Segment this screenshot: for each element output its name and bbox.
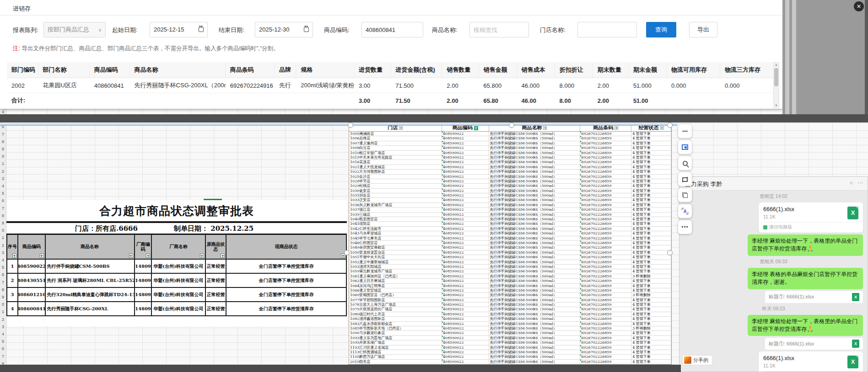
row-number[interactable]: 6 xyxy=(0,346,6,351)
store-cell: 6926702226859 xyxy=(580,245,631,250)
store-cell: 408590022 xyxy=(442,151,489,155)
store-cell: 先行伴手焖烧罐CSM-500BS（500ml） xyxy=(489,241,581,245)
row-number[interactable]: 2 xyxy=(0,169,6,174)
erp-window-title: 进销存 xyxy=(13,5,31,13)
row-number[interactable]: 7 xyxy=(0,132,6,137)
sticker-suggestion[interactable]: 分手的 xyxy=(682,355,712,365)
row-number[interactable]: 6 xyxy=(0,198,6,203)
approval-row[interactable]: 4408600841先行秀丽随手杯CSG-200XL4148098华塑(台州)科… xyxy=(7,302,346,316)
selection-handle-top-left[interactable] xyxy=(348,122,353,128)
calendar-icon[interactable] xyxy=(304,27,309,32)
row-number[interactable]: 5 xyxy=(0,191,6,196)
file-card[interactable]: 6666(1).xlsx11.1KX微信电脑版 xyxy=(759,202,863,233)
crop-button[interactable] xyxy=(678,172,692,186)
row-number[interactable]: 9 xyxy=(0,221,6,225)
row-number[interactable]: 0 xyxy=(0,154,6,159)
row-number[interactable]: 9 xyxy=(0,295,6,299)
store-cell: 4 暂禁下单 xyxy=(631,227,671,231)
filter-dropdown-icon[interactable]: ▼ xyxy=(40,254,44,258)
store-name-input[interactable] xyxy=(577,22,637,37)
row-number[interactable]: 6 xyxy=(0,272,6,277)
page-scrollbar[interactable] xyxy=(865,0,868,114)
report-type-select[interactable]: 按部门商品汇总 ∨ xyxy=(43,22,106,37)
row-number[interactable]: 3 xyxy=(0,176,6,181)
filter-dropdown-icon[interactable]: ▼ xyxy=(615,126,618,130)
close-button[interactable]: ✕ xyxy=(854,1,864,11)
row-number[interactable]: 5 xyxy=(0,339,6,344)
product-code-input[interactable] xyxy=(361,22,423,37)
approval-row[interactable]: 3408601210先行320ml精典泰迪童心弹跳杯TD24-132414809… xyxy=(7,288,346,302)
scrollbar-thumb[interactable] xyxy=(774,68,778,86)
table-row[interactable]: 2002花果园U区店408600841先行秀丽随手杯CSG-200XL（200m… xyxy=(7,78,774,93)
row-number[interactable]: 2 xyxy=(0,317,6,322)
row-number[interactable]: 3 xyxy=(0,250,6,255)
row-number[interactable]: 7 xyxy=(0,206,6,211)
row-number[interactable]: 0 xyxy=(0,302,6,307)
row-number[interactable]: 4 xyxy=(0,184,6,188)
scroll-up-icon[interactable]: ▲ xyxy=(774,63,779,66)
row-number[interactable]: 7 xyxy=(0,280,6,285)
selection-handle-mid-right[interactable] xyxy=(667,250,673,255)
pin-button[interactable] xyxy=(678,140,692,154)
row-number[interactable]: 1 xyxy=(0,235,6,240)
table-scrollbar[interactable]: ▲ ▼ xyxy=(773,62,779,108)
row-number[interactable]: 1 xyxy=(0,161,6,166)
row-number[interactable]: 4 xyxy=(0,110,6,114)
calendar-icon[interactable] xyxy=(199,27,204,32)
approval-cell: 2 xyxy=(7,274,18,287)
filter-dropdown-icon[interactable]: ▼ xyxy=(399,126,403,130)
product-name-input[interactable] xyxy=(469,22,529,37)
store-cell: 6926702226859 xyxy=(580,317,631,321)
selection-handle-mid-left[interactable] xyxy=(344,250,350,255)
approval-row[interactable]: 2408430551先行 润系列 玻璃杯280ML CBL-25R5284148… xyxy=(7,274,346,288)
export-button[interactable]: 导出 xyxy=(689,22,717,37)
reference-card[interactable]: 标题①: 6666(1).xlsxX xyxy=(765,338,863,350)
store-cell: 408590022 xyxy=(442,331,489,335)
reference-card[interactable]: 标题①: 6666(1).xlsxX xyxy=(765,291,863,303)
scroll-down-icon[interactable]: ▼ xyxy=(774,104,779,107)
row-number[interactable]: 1 xyxy=(0,309,6,314)
row-number[interactable]: 8 xyxy=(0,213,6,218)
store-row: 1007遵义播州店408590022先行伴手焖烧罐CSM-500BS（500ml… xyxy=(349,141,671,146)
row-number[interactable]: 4 xyxy=(0,332,6,336)
more-button[interactable]: ••• xyxy=(678,220,692,234)
row-number[interactable]: 8 xyxy=(0,287,6,292)
row-number[interactable]: 7 xyxy=(0,354,6,359)
ocr-button[interactable]: A xyxy=(678,204,692,218)
query-button[interactable]: 查询 xyxy=(646,22,676,37)
message-bubble[interactable]: 李经理 麻烦给处理一下，表格里的单品全门店暂停下单控货清库存🙏 xyxy=(748,234,863,256)
excel-row-header-strip[interactable]: 45678901234567890123456789012345678 xyxy=(0,109,6,365)
row-number[interactable]: 8 xyxy=(0,139,6,144)
selection-handle-top-right[interactable] xyxy=(667,122,673,128)
file-card[interactable]: 6666(1).xlsx11.1KX微信电脑版 xyxy=(759,351,863,372)
approval-row[interactable]: 1408590022先行伴手焖烧罐CSM-500BS4148098华塑(台州)科… xyxy=(7,260,346,274)
row-number[interactable]: 5 xyxy=(0,265,6,270)
message-bubble[interactable]: 李经理 麻烦给处理一下，表格里的单品全门店暂停下单控货清库存🙏 xyxy=(748,315,863,336)
filter-dropdown-icon[interactable]: ▼ xyxy=(221,254,225,258)
window-edge-bar xyxy=(785,0,789,114)
filter-dropdown-icon[interactable]: ▼ xyxy=(543,126,547,130)
store-row: 1015中天未来方舟花园店408590022先行伴手焖烧罐CSM-500BS（5… xyxy=(349,155,671,160)
row-number[interactable]: 3 xyxy=(0,324,6,329)
message-bubble[interactable]: 李经理 表格的单品麻烦全门店暂停下单控货清库存，谢谢。 xyxy=(748,268,863,289)
filter-dropdown-icon[interactable]: ▼ xyxy=(146,254,150,258)
desktop: 45678901234567890123456789012345678 门店▼商… xyxy=(0,0,868,372)
collapse-button[interactable] xyxy=(678,124,692,138)
store-cell: 1082湄潭鑫港国际店 xyxy=(349,317,442,321)
filter-active-icon[interactable]: T xyxy=(474,126,478,130)
filter-dropdown-icon[interactable]: ▼ xyxy=(660,126,664,130)
row-number[interactable]: 4 xyxy=(0,258,6,262)
store-cell: 1069安顺国贸店（已闭店） xyxy=(349,293,442,297)
row-number[interactable]: 0 xyxy=(0,228,6,233)
wechat-top-icon[interactable]: ○ xyxy=(850,180,853,186)
filter-dropdown-icon[interactable]: ▼ xyxy=(129,254,133,258)
filter-dropdown-icon[interactable]: ▼ xyxy=(200,254,204,258)
row-number[interactable]: 2 xyxy=(0,243,6,248)
table-cell: 408600841 xyxy=(90,78,130,93)
filter-dropdown-icon[interactable]: ▼ xyxy=(12,254,16,258)
wechat-top-icon[interactable]: ⋯ xyxy=(857,180,863,186)
copy-button[interactable] xyxy=(678,188,692,202)
zoom-button[interactable] xyxy=(678,156,692,170)
row-number[interactable]: 9 xyxy=(0,147,6,151)
selection-handle-top-mid[interactable] xyxy=(509,122,514,128)
